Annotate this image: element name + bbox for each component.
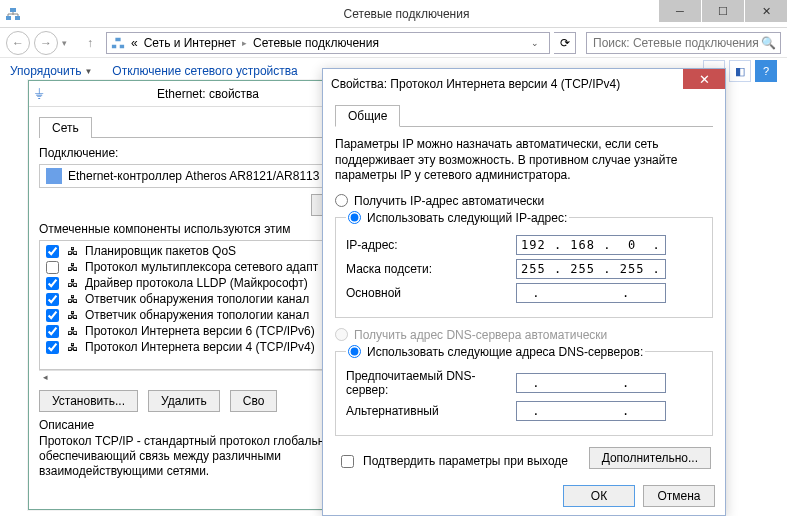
install-button[interactable]: Установить... [39, 390, 138, 412]
radio-manual-ip-input[interactable] [348, 211, 361, 224]
dns2-label: Альтернативный [346, 404, 516, 418]
radio-auto-dns-input [335, 328, 348, 341]
manual-ip-group: Использовать следующий IP-адрес: IP-адре… [335, 211, 713, 318]
ipv4-tabs: Общие [335, 105, 713, 127]
cancel-button[interactable]: Отмена [643, 485, 715, 507]
ip-address-input[interactable] [516, 235, 666, 255]
manual-dns-group: Использовать следующие адреса DNS-сервер… [335, 345, 713, 436]
svg-rect-3 [112, 44, 116, 48]
component-label: Протокол Интернета версии 6 (TCP/IPv6) [85, 324, 315, 338]
component-icon: 🖧 [65, 324, 79, 338]
radio-manual-dns-label: Использовать следующие адреса DNS-сервер… [367, 345, 643, 359]
component-label: Ответчик обнаружения топологии канал [85, 308, 309, 322]
gateway-label: Основной [346, 286, 516, 300]
dns2-input[interactable] [516, 401, 666, 421]
radio-manual-ip[interactable]: Использовать следующий IP-адрес: [348, 211, 567, 225]
gateway-input[interactable] [516, 283, 666, 303]
component-checkbox[interactable] [46, 309, 59, 322]
svg-rect-5 [115, 37, 120, 41]
intro-text: Параметры IP можно назначать автоматичес… [335, 137, 713, 184]
maximize-button[interactable]: ☐ [702, 0, 744, 22]
svg-rect-1 [15, 16, 20, 20]
component-label: Драйвер протокола LLDP (Майкрософт) [85, 276, 308, 290]
adapter-icon [46, 168, 62, 184]
subnet-mask-label: Маска подсети: [346, 262, 516, 276]
svg-rect-0 [6, 16, 11, 20]
component-icon: 🖧 [65, 292, 79, 306]
refresh-button[interactable]: ⟳ [554, 32, 576, 54]
component-icon: 🖧 [65, 244, 79, 258]
breadcrumb-part1[interactable]: Сеть и Интернет [144, 36, 236, 50]
remove-button[interactable]: Удалить [148, 390, 220, 412]
svg-rect-4 [120, 44, 124, 48]
validate-checkbox[interactable] [341, 455, 354, 468]
ipv4-dialog-titlebar[interactable]: Свойства: Протокол Интернета версии 4 (T… [323, 69, 725, 99]
window-close-button[interactable]: ✕ [745, 0, 787, 22]
ipv4-dialog-title: Свойства: Протокол Интернета версии 4 (T… [331, 77, 717, 91]
subnet-mask-input[interactable] [516, 259, 666, 279]
help-icon[interactable]: ? [755, 60, 777, 82]
validate-on-exit[interactable]: Подтвердить параметры при выходе [337, 452, 568, 471]
back-button[interactable]: ← [6, 31, 30, 55]
radio-auto-ip[interactable]: Получить IP-адрес автоматически [335, 194, 713, 208]
search-box[interactable]: 🔍 [586, 32, 781, 54]
dns1-input[interactable] [516, 373, 666, 393]
app-icon [0, 6, 26, 22]
navigation-bar: ← → ▾ ↑ « Сеть и Интернет ▸ Сетевые подк… [0, 28, 787, 58]
component-checkbox[interactable] [46, 325, 59, 338]
ip-address-label: IP-адрес: [346, 238, 516, 252]
radio-auto-dns: Получить адрес DNS-сервера автоматически [335, 328, 713, 342]
component-checkbox[interactable] [46, 245, 59, 258]
validate-label: Подтвердить параметры при выходе [363, 454, 568, 468]
address-bar[interactable]: « Сеть и Интернет ▸ Сетевые подключения … [106, 32, 550, 54]
location-icon [111, 36, 125, 50]
radio-auto-ip-input[interactable] [335, 194, 348, 207]
radio-manual-dns[interactable]: Использовать следующие адреса DNS-сервер… [348, 345, 643, 359]
ethernet-dialog-title: Ethernet: свойства [157, 87, 259, 101]
up-button[interactable]: ↑ [78, 31, 102, 55]
adapter-name: Ethernet-контроллер Atheros AR8121/AR811… [68, 169, 319, 183]
component-label: Протокол мультиплексора сетевого адапт [85, 260, 318, 274]
svg-rect-2 [10, 8, 16, 12]
tab-network[interactable]: Сеть [39, 117, 92, 138]
preview-pane-icon[interactable]: ◧ [729, 60, 751, 82]
close-button[interactable]: ✕ [683, 69, 725, 89]
tab-general[interactable]: Общие [335, 105, 400, 127]
component-checkbox[interactable] [46, 261, 59, 274]
component-checkbox[interactable] [46, 341, 59, 354]
component-label: Ответчик обнаружения топологии канал [85, 292, 309, 306]
search-icon: 🔍 [761, 36, 776, 50]
component-icon: 🖧 [65, 308, 79, 322]
component-checkbox[interactable] [46, 293, 59, 306]
address-dropdown[interactable]: ⌄ [525, 38, 545, 48]
component-label: Планировщик пакетов QoS [85, 244, 236, 258]
minimize-button[interactable]: ─ [659, 0, 701, 22]
component-checkbox[interactable] [46, 277, 59, 290]
radio-auto-dns-label: Получить адрес DNS-сервера автоматически [354, 328, 607, 342]
dns1-label: Предпочитаемый DNS-сервер: [346, 369, 516, 397]
breadcrumb-part2[interactable]: Сетевые подключения [253, 36, 379, 50]
component-properties-button[interactable]: Сво [230, 390, 278, 412]
advanced-button[interactable]: Дополнительно... [589, 447, 711, 469]
organize-menu[interactable]: Упорядочить ▼ [10, 64, 92, 78]
component-icon: 🖧 [65, 340, 79, 354]
radio-auto-ip-label: Получить IP-адрес автоматически [354, 194, 544, 208]
search-input[interactable] [591, 35, 761, 51]
ok-button[interactable]: ОК [563, 485, 635, 507]
disable-device-button[interactable]: Отключение сетевого устройства [112, 64, 297, 78]
history-dropdown[interactable]: ▾ [62, 38, 74, 48]
ipv4-dialog-footer: ОК Отмена [323, 479, 725, 513]
radio-manual-dns-input[interactable] [348, 345, 361, 358]
breadcrumb-guillemet: « [131, 36, 138, 50]
window-titlebar: Сетевые подключения ─ ☐ ✕ [0, 0, 787, 28]
radio-manual-ip-label: Использовать следующий IP-адрес: [367, 211, 567, 225]
component-icon: 🖧 [65, 260, 79, 274]
component-icon: 🖧 [65, 276, 79, 290]
breadcrumb-separator: ▸ [242, 38, 247, 48]
forward-button[interactable]: → [34, 31, 58, 55]
component-label: Протокол Интернета версии 4 (TCP/IPv4) [85, 340, 315, 354]
ethernet-icon: ⏚ [35, 84, 43, 100]
ipv4-properties-dialog: Свойства: Протокол Интернета версии 4 (T… [322, 68, 726, 516]
